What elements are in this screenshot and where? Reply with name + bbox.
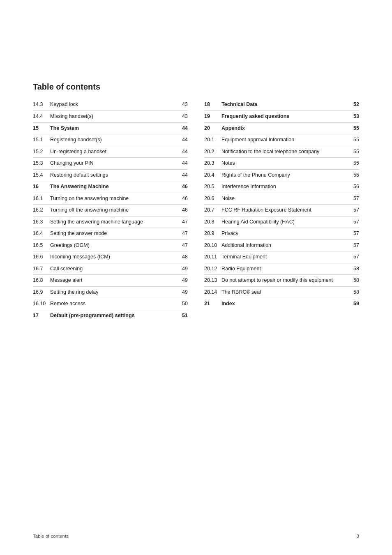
toc-row: 20.14The RBRC® seal58 xyxy=(204,286,359,298)
toc-row-page: 55 xyxy=(348,137,359,143)
toc-row-num: 15.1 xyxy=(33,137,50,143)
toc-row-num: 16.3 xyxy=(33,219,50,225)
toc-row-page: 55 xyxy=(348,125,359,131)
toc-row-page: 53 xyxy=(348,113,359,119)
toc-row-num: 15.4 xyxy=(33,172,50,178)
toc-row-label: Notification to the local telephone comp… xyxy=(221,148,348,156)
toc-row: 16The Answering Machine46 xyxy=(33,181,188,193)
toc-title: Table of contents xyxy=(33,82,359,92)
toc-row: 20.6Noise57 xyxy=(204,193,359,205)
toc-row-num: 16.7 xyxy=(33,266,50,272)
toc-row: 20.13Do not attempt to repair or modify … xyxy=(204,274,359,286)
toc-row: 20.5Interference Information56 xyxy=(204,181,359,193)
toc-row-num: 20.14 xyxy=(204,289,221,295)
toc-row-label: Interference Information xyxy=(221,183,348,191)
page: Table of contents 14.3Keypad lock4314.4M… xyxy=(0,0,392,555)
toc-row-num: 17 xyxy=(33,313,50,318)
toc-row-num: 20.4 xyxy=(204,172,221,178)
toc-row-page: 49 xyxy=(176,266,188,272)
toc-row-num: 15 xyxy=(33,125,50,131)
toc-row-num: 16.4 xyxy=(33,230,50,236)
toc-row-label: Hearing Aid Compatibility (HAC) xyxy=(221,219,348,226)
toc-row-num: 16 xyxy=(33,184,50,189)
toc-row-num: 20.12 xyxy=(204,266,221,272)
toc-row-page: 44 xyxy=(176,137,188,143)
toc-row-num: 20.5 xyxy=(204,184,221,189)
toc-row: 16.2Turning off the answering machine46 xyxy=(33,204,188,216)
toc-row-page: 47 xyxy=(176,230,188,236)
toc-row-label: Additional Information xyxy=(221,242,348,249)
toc-row: 16.6Incoming messages (ICM)48 xyxy=(33,251,188,263)
toc-row-page: 57 xyxy=(348,242,359,248)
toc-row: 16.10Remote access50 xyxy=(33,298,188,310)
toc-row-page: 55 xyxy=(348,149,359,154)
toc-row-num: 20.13 xyxy=(204,277,221,283)
toc-row: 15The System44 xyxy=(33,122,188,134)
toc-row-page: 55 xyxy=(348,160,359,166)
toc-row-label: Keypad lock xyxy=(50,101,176,108)
toc-row-page: 52 xyxy=(348,101,359,107)
toc-row-page: 46 xyxy=(176,207,188,213)
toc-row-label: Technical Data xyxy=(221,101,348,108)
toc-row-page: 58 xyxy=(348,266,359,272)
toc-row: 14.3Keypad lock43 xyxy=(33,99,188,111)
toc-row-label: Radio Equipment xyxy=(221,265,348,273)
toc-row-page: 43 xyxy=(176,113,188,119)
toc-row-page: 44 xyxy=(176,160,188,166)
toc-row-num: 16.8 xyxy=(33,277,50,283)
toc-row-label: Equipment approval Information xyxy=(221,136,348,144)
toc-row-num: 20.9 xyxy=(204,230,221,236)
toc-row-page: 57 xyxy=(348,207,359,213)
toc-row: 20.2Notification to the local telephone … xyxy=(204,146,359,158)
toc-row-page: 49 xyxy=(176,277,188,283)
toc-row-page: 44 xyxy=(176,149,188,154)
toc-row: 16.9Setting the ring delay49 xyxy=(33,286,188,298)
footer: Table of contents 3 xyxy=(33,534,359,539)
toc-row-num: 16.9 xyxy=(33,289,50,295)
toc-columns: 14.3Keypad lock4314.4Missing handset(s)4… xyxy=(33,99,359,321)
toc-row-page: 46 xyxy=(176,196,188,201)
toc-row-label: Call screening xyxy=(50,265,176,273)
toc-row-label: Default (pre-programmed) settings xyxy=(50,312,176,320)
toc-row-num: 16.10 xyxy=(33,301,50,306)
toc-row: 19Frequently asked questions53 xyxy=(204,111,359,122)
toc-row: 20.8Hearing Aid Compatibility (HAC)57 xyxy=(204,216,359,228)
toc-row-page: 57 xyxy=(348,196,359,201)
toc-row-label: Noise xyxy=(221,195,348,203)
toc-row-page: 48 xyxy=(176,254,188,260)
toc-row-num: 16.6 xyxy=(33,254,50,260)
toc-row-num: 16.1 xyxy=(33,196,50,201)
toc-row: 16.1Turning on the answering machine46 xyxy=(33,193,188,205)
toc-row-num: 20.8 xyxy=(204,219,221,225)
toc-row-label: Restoring default settings xyxy=(50,172,176,179)
toc-row-num: 20 xyxy=(204,125,221,131)
toc-row: 16.8Message alert49 xyxy=(33,274,188,286)
toc-row-num: 20.6 xyxy=(204,196,221,201)
toc-row-label: The System xyxy=(50,125,176,132)
toc-row: 17Default (pre-programmed) settings51 xyxy=(33,310,188,322)
toc-row-label: Setting the answer mode xyxy=(50,230,176,237)
toc-row-page: 57 xyxy=(348,230,359,236)
toc-row-num: 18 xyxy=(204,101,221,107)
toc-row: 20.7FCC RF Radiation Exposure Statement5… xyxy=(204,204,359,216)
toc-row-num: 14.4 xyxy=(33,113,50,119)
toc-row-page: 43 xyxy=(176,101,188,107)
toc-row: 16.3Setting the answering machine langua… xyxy=(33,216,188,228)
toc-row-label: Frequently asked questions xyxy=(221,113,348,120)
toc-row-page: 49 xyxy=(176,289,188,295)
footer-right: 3 xyxy=(357,534,359,539)
toc-row: 15.3Changing your PIN44 xyxy=(33,157,188,169)
toc-row-label: Privacy xyxy=(221,230,348,237)
toc-row: 15.1Registering handset(s)44 xyxy=(33,134,188,146)
toc-right-column: 18Technical Data5219Frequently asked que… xyxy=(204,99,359,321)
toc-row: 20.10Additional Information57 xyxy=(204,240,359,251)
toc-row-page: 44 xyxy=(176,172,188,178)
toc-row-num: 14.3 xyxy=(33,101,50,107)
toc-row-page: 47 xyxy=(176,242,188,248)
toc-row-num: 20.2 xyxy=(204,149,221,154)
toc-left-column: 14.3Keypad lock4314.4Missing handset(s)4… xyxy=(33,99,188,321)
toc-row: 20.9Privacy57 xyxy=(204,228,359,240)
toc-row: 20.4Rights of the Phone Company55 xyxy=(204,169,359,181)
toc-row-page: 59 xyxy=(348,301,359,306)
toc-row-label: Rights of the Phone Company xyxy=(221,172,348,179)
